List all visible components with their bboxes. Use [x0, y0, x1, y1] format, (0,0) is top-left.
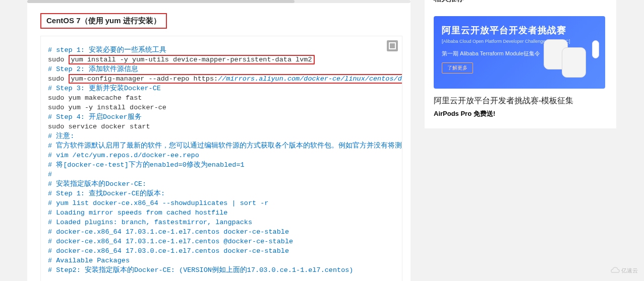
code-comment: # Step 1: 查找Docker-CE的版本:: [48, 189, 395, 198]
section-heading: CentOS 7（使用 yum 进行安装）: [40, 13, 167, 29]
watermark-text: 亿速云: [621, 267, 638, 274]
code-text: yum-config-manager --add-repo https:: [71, 75, 218, 83]
code-text: sudo: [48, 75, 69, 83]
article-main: CentOS 7（使用 yum 进行安装） # step 1: 安装必要的一些系…: [27, 0, 411, 281]
code-comment: # Step 2: 添加软件源信息: [48, 64, 395, 74]
code-line: sudo yum install -y yum-utils device-map…: [48, 55, 395, 64]
code-block: # step 1: 安装必要的一些系统工具 sudo yum install -…: [40, 36, 402, 281]
promo-free-text: AirPods Pro 免费送!: [434, 109, 605, 118]
code-comment: # vim /etc/yum.repos.d/docker-ee.repo: [48, 151, 395, 160]
code-comment: #: [48, 170, 395, 179]
code-comment: # docker-ce.x86_64 17.03.1.ce-1.el7.cent…: [48, 227, 395, 237]
banner-cta-button[interactable]: 了解更多: [442, 62, 473, 74]
code-comment: # 官方软件源默认启用了最新的软件，您可以通过编辑软件源的方式获取各个版本的软件…: [48, 141, 395, 151]
code-comment: # Step2: 安装指定版本的Docker-CE: (VERSION例如上面的…: [48, 265, 395, 275]
code-comment: # Loading mirror speeds from cached host…: [48, 208, 395, 218]
code-comment: # 将[docker-ce-test]下方的enabled=0修改为enable…: [48, 160, 395, 170]
top-progress-bar: [27, 0, 411, 3]
promo-card[interactable]: 阿里云开放平台开发者挑战赛 [Alibaba Cloud Open Platfo…: [434, 16, 605, 118]
highlighted-command: yum install -y yum-utils device-mapper-p…: [69, 55, 315, 64]
sidebar: 相关推荐 阿里云开放平台开发者挑战赛 [Alibaba Cloud Open P…: [425, 0, 616, 128]
code-comment: # Step 4: 开启Docker服务: [48, 112, 395, 122]
highlighted-command: yum-config-manager --add-repo https://mi…: [69, 74, 402, 84]
code-line: sudo yum-config-manager --add-repo https…: [48, 74, 395, 84]
promo-banner[interactable]: 阿里云开放平台开发者挑战赛 [Alibaba Cloud Open Platfo…: [434, 16, 605, 89]
airpods-illustration: [542, 36, 602, 82]
code-comment: # step 1: 安装必要的一些系统工具: [48, 45, 395, 55]
code-url: //mirrors.aliyun.com/docker-ce/linux/cen…: [218, 75, 402, 83]
code-comment: # docker-ce.x86_64 17.03.0.ce-1.el7.cent…: [48, 246, 395, 256]
code-line: sudo yum -y install docker-ce: [48, 103, 395, 112]
code-comment: # Loaded plugins: branch, fastestmirror,…: [48, 218, 395, 227]
code-comment: # Step 3: 更新并安装Docker-CE: [48, 84, 395, 93]
code-line: sudo yum makecache fast: [48, 93, 395, 103]
code-comment: # 注意:: [48, 131, 395, 141]
watermark-logo: 亿速云: [608, 264, 640, 277]
code-comment: # Available Packages: [48, 256, 395, 265]
code-text: sudo: [48, 56, 69, 63]
sidebar-heading: 相关推荐: [434, 0, 468, 4]
code-comment: # 安装指定版本的Docker-CE:: [48, 179, 395, 189]
banner-title: 阿里云开放平台开发者挑战赛: [442, 24, 599, 36]
sidebar-heading-row: 相关推荐: [434, 0, 607, 2]
code-comment: # docker-ce.x86_64 17.03.1.ce-1.el7.cent…: [48, 237, 395, 246]
promo-title[interactable]: 阿里云开放平台开发者挑战赛-模板征集: [434, 96, 605, 106]
code-comment: # yum list docker-ce.x86_64 --showduplic…: [48, 198, 395, 208]
copy-icon[interactable]: [387, 40, 398, 51]
code-line: sudo service docker start: [48, 122, 395, 131]
